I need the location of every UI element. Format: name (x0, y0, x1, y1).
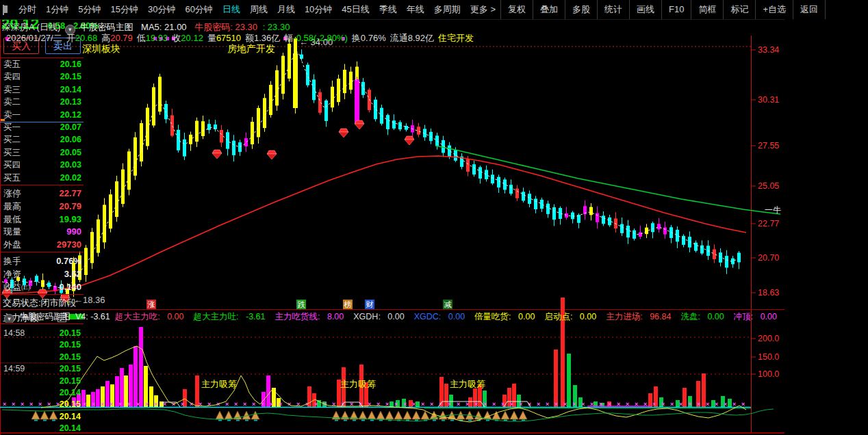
tool-item-画线[interactable]: 画线 (629, 0, 661, 19)
stat-label: 低 (137, 33, 146, 43)
order-book-row[interactable]: 买一20.07 (0, 122, 84, 133)
layout-icon[interactable] (3, 5, 4, 15)
tool-item-统计[interactable]: 统计 (597, 0, 629, 19)
tool-item-标记[interactable]: 标记 (723, 0, 755, 19)
candle-body (552, 207, 556, 220)
period-item-30分钟[interactable]: 30分钟 (143, 3, 180, 16)
period-item-60分钟[interactable]: 60分钟 (180, 3, 217, 16)
stat-label: 流通 (390, 33, 408, 43)
stat-label: 最高 (3, 200, 21, 213)
svg-text:×: × (732, 401, 736, 408)
tick-row: 20.14 (0, 423, 84, 434)
candle-body (152, 87, 155, 125)
tool-item-+自选[interactable]: +自选 (755, 0, 793, 19)
svg-text:×: × (101, 401, 104, 408)
candle-body (497, 177, 500, 187)
sector-tag[interactable]: 深圳板块 (82, 43, 120, 55)
sub-indicator-item: 主力进场: 96.84 (606, 312, 676, 321)
price-axis-label: 27.55 (758, 141, 779, 150)
order-book-row[interactable]: 卖五20.16 (0, 59, 84, 70)
svg-text:财: 财 (366, 300, 374, 308)
stat-label: 最低 (3, 213, 21, 226)
quote-panel: 深深房A 000029 20.12 -0.58 -2.80% 买入 卖出 卖五2… (0, 0, 84, 435)
svg-text:×: × (670, 401, 674, 408)
candle-body (201, 121, 205, 136)
svg-text:×: × (252, 401, 255, 408)
svg-text:×: × (314, 401, 318, 408)
candle-body (633, 230, 636, 239)
order-book-row[interactable]: 买五20.02 (0, 172, 84, 184)
svg-text:×: × (181, 401, 184, 408)
candle-body (177, 130, 180, 150)
level-label: 卖二 (3, 96, 21, 108)
svg-text:×: × (421, 401, 424, 408)
svg-text:×: × (270, 401, 273, 408)
level-label: 卖三 (3, 84, 21, 96)
candle-body (355, 79, 359, 123)
candle-body (189, 135, 192, 144)
period-item-更多 >[interactable]: 更多 > (465, 3, 500, 16)
histogram-bar (728, 399, 732, 407)
candle-body (645, 228, 648, 234)
period-item-月线[interactable]: 月线 (272, 3, 300, 16)
period-item-周线[interactable]: 周线 (245, 3, 272, 16)
svg-text:涨: 涨 (148, 300, 155, 308)
candle-body (337, 79, 340, 102)
event-badge: 减 (443, 300, 452, 309)
period-item-分时[interactable]: 分时 (14, 3, 41, 16)
tool-item-复权[interactable]: 复权 (500, 0, 533, 19)
candle-body (676, 230, 679, 241)
period-item-45日线[interactable]: 45日线 (337, 3, 374, 16)
order-book-row[interactable]: 卖一20.12 (0, 109, 84, 121)
candle-body (263, 98, 266, 128)
candle-body (682, 236, 685, 245)
svg-text:×: × (572, 401, 576, 408)
order-book-row[interactable]: 卖二20.13 (0, 96, 84, 108)
svg-text:×: × (528, 401, 531, 408)
order-book-row[interactable]: 卖四20.15 (0, 71, 84, 83)
main-chart-svg[interactable]: 33.3430.3127.5525.0522.7720.7018.63200.0… (0, 0, 784, 435)
order-book-row[interactable]: 买二20.06 (0, 134, 84, 146)
period-item-1分钟[interactable]: 1分钟 (41, 3, 73, 16)
candle-body (466, 159, 470, 172)
tick-price: 20.15 (60, 399, 81, 410)
sub-indicator-selector-icon[interactable]: ▾ (4, 314, 14, 323)
svg-text:×: × (234, 401, 238, 408)
tool-item-F10[interactable]: F10 (661, 0, 691, 19)
period-item-10分钟[interactable]: 10分钟 (300, 3, 337, 16)
sub-item-value: 0.00 (448, 312, 465, 321)
candle-body (540, 200, 544, 209)
svg-text:×: × (145, 401, 149, 408)
tick-price: 20.15 (60, 352, 81, 363)
period-item-季线[interactable]: 季线 (374, 3, 402, 16)
period-item-多周期[interactable]: 多周期 (429, 3, 465, 16)
tool-item-返回[interactable]: 返回 (793, 0, 826, 19)
tool-item-简框[interactable]: 简框 (691, 0, 723, 19)
svg-text:×: × (118, 401, 122, 408)
absorb-label: 主力吸筹 (450, 379, 485, 389)
niugu-value2: : 23.30 (263, 22, 290, 32)
stat-label: 净资 (3, 268, 21, 280)
candle-body (293, 53, 298, 108)
candle-body (238, 142, 242, 152)
period-item-5分钟[interactable]: 5分钟 (73, 3, 105, 16)
order-book-row[interactable]: 卖三20.14 (0, 84, 84, 96)
period-item-年线[interactable]: 年线 (402, 3, 429, 16)
level-price: 20.13 (60, 96, 81, 108)
tool-item-叠加[interactable]: 叠加 (533, 0, 565, 19)
tick-row: 14:5820.15 (0, 328, 84, 339)
svg-text:×: × (661, 401, 665, 408)
event-badge: 财 (365, 300, 374, 309)
level-label: 买二 (3, 134, 21, 146)
period-item-15分钟[interactable]: 15分钟 (105, 3, 142, 16)
order-book-row[interactable]: 买三20.05 (0, 147, 84, 159)
tool-item-多股[interactable]: 多股 (565, 0, 597, 19)
candle-body (103, 205, 106, 242)
order-book-row[interactable]: 买四20.03 (0, 159, 84, 171)
sub-indicator-name: 牛股密码副图 (19, 312, 71, 321)
level-price: 20.06 (60, 134, 81, 146)
stat-value: 1.36亿 (254, 33, 280, 43)
sector-tag[interactable]: 房地产开发 (227, 43, 275, 55)
candle-body (90, 232, 94, 263)
period-item-日线[interactable]: 日线 (218, 3, 245, 16)
